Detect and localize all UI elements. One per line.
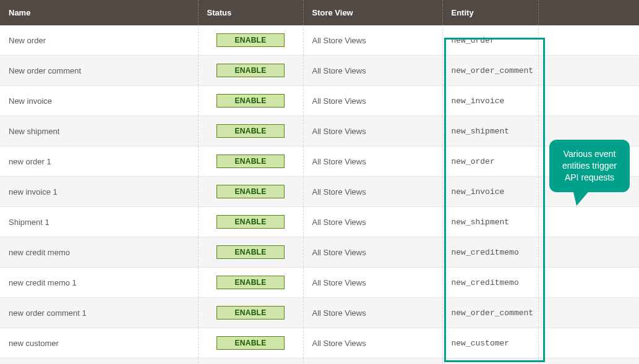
table-row[interactable]: new customerENABLEAll Store Viewsnew_cus… — [0, 328, 639, 358]
cell-store-view: All Store Views — [303, 328, 442, 358]
cell-entity: new_shipment — [442, 116, 538, 146]
cell-name: Update customer — [0, 358, 198, 365]
cell-store-view: All Store Views — [303, 237, 442, 268]
cell-status: ENABLE — [198, 237, 303, 268]
status-badge: ENABLE — [217, 33, 285, 47]
cell-status: ENABLE — [198, 86, 303, 116]
table-row[interactable]: New orderENABLEAll Store Viewsnew_order — [0, 25, 639, 56]
entity-code: new_order_comment — [452, 66, 534, 75]
cell-extra — [538, 86, 639, 116]
cell-store-view: All Store Views — [303, 86, 442, 116]
cell-status: ENABLE — [198, 358, 303, 365]
entity-code: new_creditmemo — [452, 278, 519, 287]
status-badge: ENABLE — [217, 94, 285, 108]
cell-name: new credit memo 1 — [0, 268, 198, 298]
cell-store-view: All Store Views — [303, 146, 442, 177]
cell-name: new credit memo — [0, 237, 198, 268]
cell-store-view: All Store Views — [303, 298, 442, 328]
cell-status: ENABLE — [198, 25, 303, 56]
entity-code: new_order — [452, 36, 495, 45]
status-badge: ENABLE — [217, 124, 285, 138]
cell-store-view: All Store Views — [303, 358, 442, 365]
cell-status: ENABLE — [198, 116, 303, 146]
cell-entity: new_creditmemo — [442, 268, 538, 298]
entity-code: new_shipment — [452, 127, 510, 136]
cell-name: new customer — [0, 328, 198, 358]
status-badge: ENABLE — [217, 185, 285, 198]
table-row[interactable]: New shipmentENABLEAll Store Viewsnew_shi… — [0, 116, 639, 146]
status-badge: ENABLE — [217, 215, 285, 229]
cell-extra — [538, 207, 639, 237]
status-badge: ENABLE — [217, 306, 285, 320]
cell-name: new order comment 1 — [0, 298, 198, 328]
cell-entity: new_shipment — [442, 207, 538, 237]
col-header-name[interactable]: Name — [0, 0, 198, 25]
entity-code: new_order_comment — [452, 308, 534, 318]
cell-name: new invoice 1 — [0, 177, 198, 207]
cell-store-view: All Store Views — [303, 207, 442, 237]
table-row[interactable]: New order commentENABLEAll Store Viewsne… — [0, 56, 639, 86]
entity-code: new_invoice — [452, 96, 505, 106]
table-row[interactable]: new credit memo 1ENABLEAll Store Viewsne… — [0, 268, 639, 298]
cell-entity: update_customer — [442, 358, 538, 365]
col-header-entity[interactable]: Entity — [442, 0, 538, 25]
cell-store-view: All Store Views — [303, 116, 442, 146]
status-badge: ENABLE — [217, 64, 285, 77]
cell-status: ENABLE — [198, 328, 303, 358]
col-header-store[interactable]: Store View — [303, 0, 442, 25]
table-row[interactable]: new order 1ENABLEAll Store Viewsnew_orde… — [0, 146, 639, 177]
cell-entity: new_invoice — [442, 177, 538, 207]
cell-entity: new_order_comment — [442, 298, 538, 328]
cell-status: ENABLE — [198, 177, 303, 207]
cell-entity: new_order — [442, 146, 538, 177]
cell-entity: new_creditmemo — [442, 237, 538, 268]
cell-status: ENABLE — [198, 268, 303, 298]
cell-name: Shipment 1 — [0, 207, 198, 237]
cell-store-view: All Store Views — [303, 177, 442, 207]
annotation-callout: Various event entities trigger API reque… — [549, 140, 630, 192]
cell-store-view: All Store Views — [303, 25, 442, 56]
cell-extra — [538, 25, 639, 56]
cell-store-view: All Store Views — [303, 268, 442, 298]
entity-code: new_customer — [452, 339, 510, 348]
table-row[interactable]: new invoice 1ENABLEAll Store Viewsnew_in… — [0, 177, 639, 207]
table-row[interactable]: New invoiceENABLEAll Store Viewsnew_invo… — [0, 86, 639, 116]
table-row[interactable]: Update customerENABLEAll Store Viewsupda… — [0, 358, 639, 365]
cell-name: New invoice — [0, 86, 198, 116]
status-badge: ENABLE — [217, 245, 285, 259]
status-badge: ENABLE — [217, 154, 285, 168]
cell-name: New shipment — [0, 116, 198, 146]
cell-extra — [538, 358, 639, 365]
entity-code: new_creditmemo — [452, 248, 519, 257]
cell-entity: new_order — [442, 25, 538, 56]
entity-code: new_invoice — [452, 187, 505, 197]
cell-entity: new_invoice — [442, 86, 538, 116]
annotation-text: Various event entities trigger API reque… — [562, 149, 617, 182]
cell-extra — [538, 268, 639, 298]
cell-status: ENABLE — [198, 298, 303, 328]
table-header-row: Name Status Store View Entity — [0, 0, 639, 25]
cell-entity: new_customer — [442, 328, 538, 358]
callout-tail-icon — [573, 190, 590, 206]
table-row[interactable]: new order comment 1ENABLEAll Store Views… — [0, 298, 639, 328]
cell-status: ENABLE — [198, 146, 303, 177]
cell-extra — [538, 298, 639, 328]
entity-code: new_order — [452, 157, 495, 166]
cell-extra — [538, 328, 639, 358]
cell-status: ENABLE — [198, 56, 303, 86]
table-row[interactable]: Shipment 1ENABLEAll Store Viewsnew_shipm… — [0, 207, 639, 237]
cell-extra — [538, 56, 639, 86]
events-table: Name Status Store View Entity New orderE… — [0, 0, 639, 364]
status-badge: ENABLE — [217, 336, 285, 350]
cell-store-view: All Store Views — [303, 56, 442, 86]
entity-code: new_shipment — [452, 218, 510, 227]
cell-status: ENABLE — [198, 207, 303, 237]
cell-name: new order 1 — [0, 146, 198, 177]
status-badge: ENABLE — [217, 276, 285, 289]
cell-name: New order — [0, 25, 198, 56]
col-header-status[interactable]: Status — [198, 0, 303, 25]
col-header-extra — [538, 0, 639, 25]
table-row[interactable]: new credit memoENABLEAll Store Viewsnew_… — [0, 237, 639, 268]
cell-extra — [538, 237, 639, 268]
cell-entity: new_order_comment — [442, 56, 538, 86]
